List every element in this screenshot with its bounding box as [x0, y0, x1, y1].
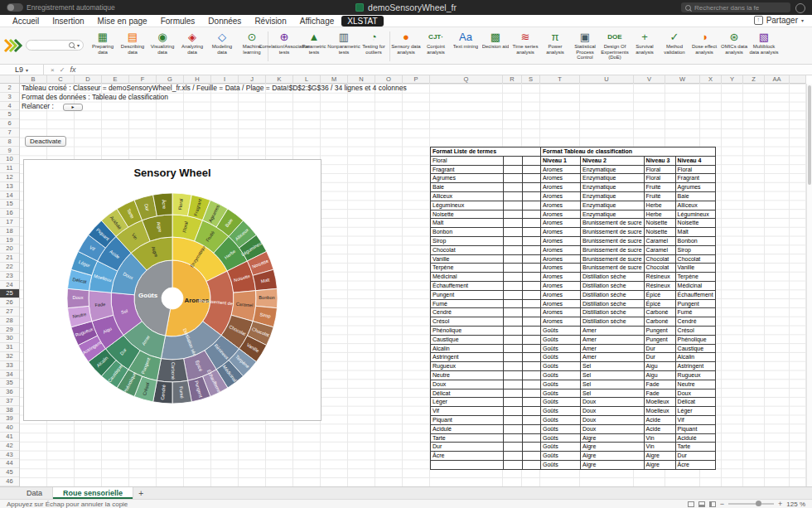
ribbon-item-preparing-data[interactable]: ▦Preparing data: [88, 29, 118, 55]
row-header-17[interactable]: 17: [0, 218, 19, 227]
sheet-tab-data[interactable]: Data: [17, 487, 53, 499]
empty-cell[interactable]: [523, 317, 541, 327]
menu-tab-revision[interactable]: Révision: [249, 16, 292, 27]
row-header-40[interactable]: 40: [0, 423, 19, 433]
class-cell[interactable]: Médicinal: [675, 281, 715, 290]
column-header-h[interactable]: H: [184, 75, 211, 84]
class-cell[interactable]: Baie: [675, 191, 715, 201]
empty-cell[interactable]: [523, 424, 541, 433]
level-header[interactable]: Niveau 2: [581, 156, 645, 165]
empty-cell[interactable]: [504, 460, 523, 469]
class-cell[interactable]: Sel: [581, 370, 645, 380]
menu-tab-formules[interactable]: Formules: [155, 16, 201, 27]
row-header-36[interactable]: 36: [0, 388, 19, 397]
term-cell[interactable]: Crésol: [431, 317, 504, 327]
class-cell[interactable]: Distillation sèche: [581, 290, 645, 299]
class-cell[interactable]: Goûts: [541, 460, 581, 469]
class-cell[interactable]: Aromes: [541, 317, 581, 327]
class-cell[interactable]: Brunissement de sucre: [581, 264, 645, 273]
term-cell[interactable]: Sirop: [431, 236, 504, 245]
class-cell[interactable]: Aigu: [644, 370, 675, 380]
class-cell[interactable]: Goûts: [541, 415, 581, 424]
class-cell[interactable]: Cendré: [675, 317, 715, 327]
column-header-y[interactable]: Y: [722, 75, 743, 84]
class-cell[interactable]: Floral: [675, 165, 715, 174]
column-header-n[interactable]: N: [348, 75, 375, 84]
class-cell[interactable]: Amer: [581, 335, 645, 344]
relaunch-button[interactable]: ▸: [63, 104, 83, 111]
row-header-16[interactable]: 16: [0, 209, 19, 218]
class-cell[interactable]: Bonbon: [675, 236, 715, 245]
term-cell[interactable]: Fragrant: [431, 165, 504, 174]
class-cell[interactable]: Aromes: [541, 264, 581, 273]
term-cell[interactable]: Piquant: [431, 415, 504, 424]
empty-cell[interactable]: [504, 201, 523, 210]
class-cell[interactable]: Goûts: [541, 362, 581, 371]
cell-b4-text[interactable]: Relancer :: [22, 102, 54, 111]
empty-cell[interactable]: [523, 191, 541, 201]
select-all-corner[interactable]: [0, 75, 20, 84]
ribbon-item-testing-for-outliers[interactable]: ◔Testing for outliers: [359, 29, 389, 55]
row-header-20[interactable]: 20: [0, 244, 19, 254]
class-cell[interactable]: Floral: [644, 165, 675, 174]
empty-cell[interactable]: [523, 156, 541, 165]
page-layout-view-icon[interactable]: [698, 501, 705, 507]
menu-tab-mise-en-page[interactable]: Mise en page: [92, 16, 153, 27]
column-header-k[interactable]: K: [266, 75, 293, 84]
class-cell[interactable]: Acide: [644, 415, 675, 424]
empty-cell[interactable]: [523, 228, 541, 237]
class-cell[interactable]: Herbe: [644, 210, 675, 219]
term-cell[interactable]: Dur: [431, 443, 504, 452]
row-header-7[interactable]: 7: [0, 128, 19, 138]
class-cell[interactable]: Amer: [581, 344, 645, 353]
empty-cell[interactable]: [523, 165, 541, 174]
term-cell[interactable]: Agrumes: [431, 174, 504, 183]
empty-cell[interactable]: [504, 236, 523, 245]
class-cell[interactable]: Noisette: [644, 228, 675, 237]
zoom-in-button[interactable]: +: [778, 501, 782, 508]
class-cell[interactable]: Fade: [644, 389, 675, 398]
class-cell[interactable]: Dur: [644, 353, 675, 362]
term-cell[interactable]: Terpène: [431, 264, 504, 273]
class-cell[interactable]: Sel: [581, 389, 645, 398]
ribbon-item-time-series-analysis[interactable]: ≋Time series analysis: [510, 29, 540, 55]
class-cell[interactable]: Léger: [675, 407, 715, 416]
column-header-d[interactable]: D: [75, 75, 102, 84]
class-cell[interactable]: Délicat: [675, 398, 715, 407]
empty-cell[interactable]: [504, 433, 523, 443]
term-cell[interactable]: Médicinal: [431, 273, 504, 282]
column-header-c[interactable]: C: [47, 75, 75, 84]
class-cell[interactable]: Fruité: [644, 191, 675, 201]
empty-cell[interactable]: [523, 201, 541, 210]
row-header-5[interactable]: 5: [0, 110, 19, 119]
term-cell[interactable]: Chocolat: [431, 245, 504, 254]
class-cell[interactable]: Alliceux: [675, 201, 715, 210]
class-cell[interactable]: Malt: [675, 228, 715, 237]
empty-cell[interactable]: [523, 335, 541, 344]
empty-cell[interactable]: [504, 317, 523, 327]
column-header-r[interactable]: R: [503, 75, 522, 84]
ribbon-item-method-validation[interactable]: ✓Method validation: [660, 29, 689, 55]
row-header-24[interactable]: 24: [0, 281, 19, 290]
ribbon-item-dose-effect-analysis[interactable]: ◑Dose effect analysis: [689, 29, 719, 55]
row-header-11[interactable]: 11: [0, 164, 19, 173]
zoom-knob[interactable]: [756, 501, 761, 506]
empty-cell[interactable]: [504, 335, 523, 344]
empty-cell[interactable]: [523, 183, 541, 192]
term-cell[interactable]: Délicat: [431, 389, 504, 398]
empty-cell[interactable]: [504, 174, 523, 183]
class-cell[interactable]: Distillation sèche: [581, 281, 645, 290]
class-cell[interactable]: Acidulé: [675, 433, 715, 443]
empty-cell[interactable]: [523, 264, 541, 273]
term-cell[interactable]: Pungent: [431, 290, 504, 299]
empty-cell[interactable]: [523, 219, 541, 228]
column-header-q[interactable]: Q: [430, 75, 503, 84]
empty-cell[interactable]: [523, 245, 541, 254]
class-cell[interactable]: Chocolat: [644, 254, 675, 264]
empty-cell[interactable]: [523, 326, 541, 335]
column-header-v[interactable]: V: [634, 75, 665, 84]
ribbon-item-parametric-tests[interactable]: ▲Parametric tests: [299, 29, 329, 55]
class-cell[interactable]: Goûts: [541, 370, 581, 380]
row-header-45[interactable]: 45: [0, 468, 19, 477]
share-button[interactable]: ↑ Partager ▾: [754, 16, 804, 25]
